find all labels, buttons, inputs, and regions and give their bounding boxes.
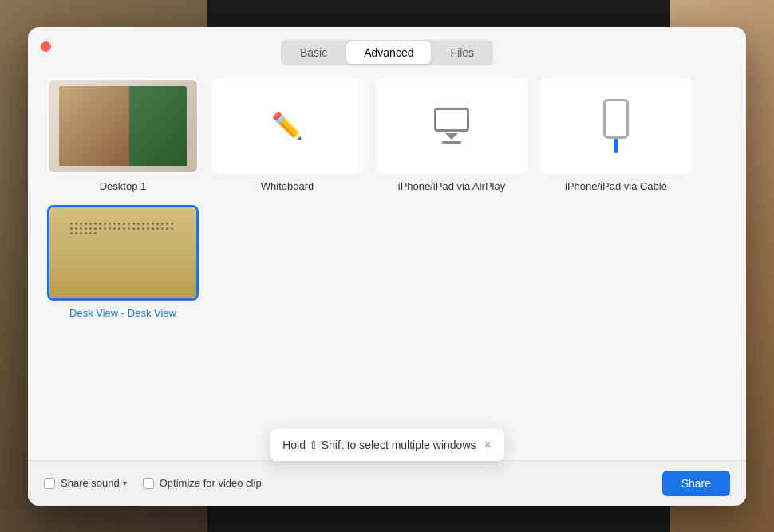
items-grid: Desktop 1 ✏️ Whiteboard iPhone/iP xyxy=(47,78,727,319)
share-sound-checkbox[interactable] xyxy=(44,478,55,489)
label-desktop1: Desktop 1 xyxy=(100,180,147,192)
thumb-airplay xyxy=(376,78,527,174)
card-whiteboard[interactable]: ✏️ Whiteboard xyxy=(211,78,363,192)
label-desk-view: Desk View - Desk View xyxy=(69,307,176,319)
tooltip-shift-select: Hold ⇧ Shift to select multiple windows … xyxy=(270,429,504,461)
tab-advanced[interactable]: Advanced xyxy=(346,41,431,64)
footer-left: Share sound ▾ Optimize for video clip xyxy=(44,477,262,489)
share-screen-modal: Basic Advanced Files xyxy=(28,27,746,506)
card-airplay[interactable]: iPhone/iPad via AirPlay xyxy=(376,78,527,192)
tab-basic[interactable]: Basic xyxy=(282,41,345,64)
tab-bar: Basic Advanced Files xyxy=(281,40,493,65)
card-cable[interactable]: iPhone/iPad via Cable xyxy=(540,78,692,192)
label-cable: iPhone/iPad via Cable xyxy=(565,180,667,192)
cable-icon xyxy=(603,99,629,153)
optimize-label: Optimize for video clip xyxy=(160,477,262,489)
share-sound-row[interactable]: Share sound ▾ xyxy=(44,477,127,489)
modal-footer: Share sound ▾ Optimize for video clip Sh… xyxy=(28,460,746,506)
airplay-icon xyxy=(434,108,469,144)
card-desktop1[interactable]: Desktop 1 xyxy=(47,78,199,192)
label-airplay: iPhone/iPad via AirPlay xyxy=(398,180,505,192)
share-sound-dropdown-icon[interactable]: ▾ xyxy=(123,479,127,487)
close-button[interactable] xyxy=(41,41,51,52)
desk-content xyxy=(49,207,196,298)
share-sound-label: Share sound ▾ xyxy=(61,477,127,489)
label-whiteboard: Whiteboard xyxy=(261,180,314,192)
tooltip-close-button[interactable]: × xyxy=(484,439,491,451)
thumb-desk-view xyxy=(47,205,199,301)
share-button[interactable]: Share xyxy=(662,471,730,496)
tab-files[interactable]: Files xyxy=(432,41,492,64)
dots-pattern xyxy=(64,216,181,289)
whiteboard-icon: ✏️ xyxy=(271,111,303,141)
video-right xyxy=(129,86,187,166)
card-desk-view[interactable]: Desk View - Desk View xyxy=(47,205,199,319)
thumb-cable xyxy=(540,78,692,174)
video-left xyxy=(59,86,129,166)
optimize-row[interactable]: Optimize for video clip xyxy=(143,477,262,489)
modal-header: Basic Advanced Files xyxy=(28,27,746,65)
optimize-checkbox[interactable] xyxy=(143,478,154,489)
thumb-whiteboard: ✏️ xyxy=(211,78,363,174)
modal-content: Desktop 1 ✏️ Whiteboard iPhone/iP xyxy=(28,65,746,460)
thumb-desktop1 xyxy=(47,78,199,174)
tooltip-text: Hold ⇧ Shift to select multiple windows xyxy=(282,439,476,451)
